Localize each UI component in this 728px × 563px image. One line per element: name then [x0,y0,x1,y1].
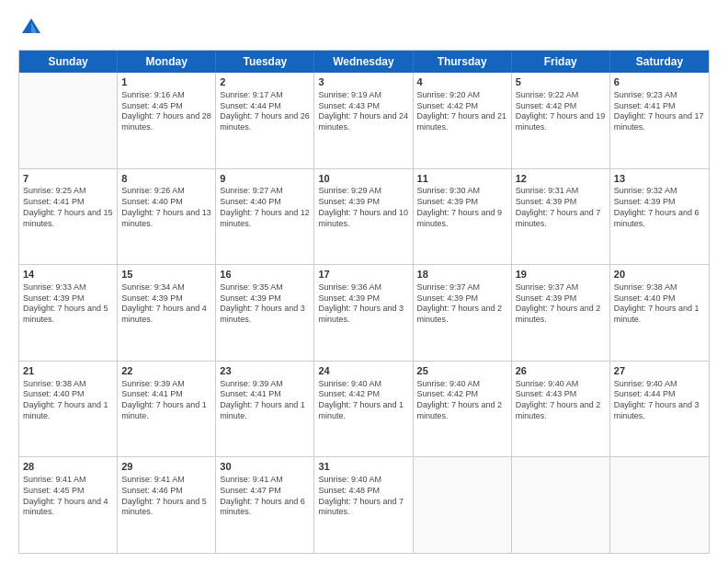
cell-details: Sunrise: 9:40 AM Sunset: 4:48 PM Dayligh… [318,475,408,518]
day-cell-27: 27Sunrise: 9:40 AM Sunset: 4:44 PM Dayli… [610,362,709,457]
day-number: 1 [121,75,211,89]
day-cell-23: 23Sunrise: 9:39 AM Sunset: 4:41 PM Dayli… [216,362,314,457]
day-number: 13 [614,172,705,186]
day-cell-31: 31Sunrise: 9:40 AM Sunset: 4:48 PM Dayli… [314,457,413,553]
logo [18,15,48,40]
day-cell-11: 11Sunrise: 9:30 AM Sunset: 4:39 PM Dayli… [414,169,512,265]
day-number: 23 [220,364,310,378]
day-number: 26 [516,364,606,378]
cell-details: Sunrise: 9:27 AM Sunset: 4:40 PM Dayligh… [220,186,310,229]
day-number: 11 [417,172,507,186]
day-cell-2: 2Sunrise: 9:17 AM Sunset: 4:44 PM Daylig… [216,73,314,168]
day-number: 24 [318,364,408,378]
day-number: 25 [417,364,507,378]
header-day-sunday: Sunday [19,51,118,73]
day-cell-12: 12Sunrise: 9:31 AM Sunset: 4:39 PM Dayli… [512,169,610,265]
day-number: 16 [220,268,310,282]
day-cell-28: 28Sunrise: 9:41 AM Sunset: 4:45 PM Dayli… [19,457,118,553]
cell-details: Sunrise: 9:38 AM Sunset: 4:40 PM Dayligh… [614,282,705,326]
cell-details: Sunrise: 9:32 AM Sunset: 4:39 PM Dayligh… [614,186,705,229]
cell-details: Sunrise: 9:30 AM Sunset: 4:39 PM Dayligh… [417,186,507,229]
day-cell-26: 26Sunrise: 9:40 AM Sunset: 4:43 PM Dayli… [512,362,610,457]
cell-details: Sunrise: 9:38 AM Sunset: 4:40 PM Dayligh… [23,379,113,422]
cell-details: Sunrise: 9:41 AM Sunset: 4:46 PM Dayligh… [121,475,211,518]
cell-details: Sunrise: 9:36 AM Sunset: 4:39 PM Dayligh… [318,282,408,326]
logo-icon [18,15,44,40]
day-number: 20 [614,268,705,282]
day-cell-19: 19Sunrise: 9:37 AM Sunset: 4:39 PM Dayli… [512,265,610,361]
day-cell-14: 14Sunrise: 9:33 AM Sunset: 4:39 PM Dayli… [19,265,118,361]
day-cell-25: 25Sunrise: 9:40 AM Sunset: 4:42 PM Dayli… [414,362,512,457]
calendar-row-4: 28Sunrise: 9:41 AM Sunset: 4:45 PM Dayli… [19,456,709,553]
day-cell-20: 20Sunrise: 9:38 AM Sunset: 4:40 PM Dayli… [610,265,709,361]
day-cell-21: 21Sunrise: 9:38 AM Sunset: 4:40 PM Dayli… [19,362,118,457]
day-cell-5: 5Sunrise: 9:22 AM Sunset: 4:42 PM Daylig… [512,73,610,168]
day-cell-30: 30Sunrise: 9:41 AM Sunset: 4:47 PM Dayli… [216,457,314,553]
day-number: 4 [417,75,507,89]
day-cell-8: 8Sunrise: 9:26 AM Sunset: 4:40 PM Daylig… [118,169,216,265]
day-number: 29 [121,460,211,474]
day-number: 5 [516,75,606,89]
calendar: SundayMondayTuesdayWednesdayThursdayFrid… [18,50,710,554]
cell-details: Sunrise: 9:37 AM Sunset: 4:39 PM Dayligh… [417,282,507,326]
day-number: 15 [121,268,211,282]
cell-details: Sunrise: 9:25 AM Sunset: 4:41 PM Dayligh… [23,186,113,229]
cell-details: Sunrise: 9:20 AM Sunset: 4:42 PM Dayligh… [417,90,507,133]
empty-cell [512,457,610,553]
header-day-wednesday: Wednesday [314,51,413,73]
day-number: 2 [220,75,310,89]
day-number: 6 [614,75,705,89]
header-day-thursday: Thursday [414,51,512,73]
cell-details: Sunrise: 9:41 AM Sunset: 4:47 PM Dayligh… [220,475,310,518]
cell-details: Sunrise: 9:40 AM Sunset: 4:42 PM Dayligh… [318,379,408,422]
empty-cell [19,73,118,168]
day-cell-1: 1Sunrise: 9:16 AM Sunset: 4:45 PM Daylig… [118,73,216,168]
cell-details: Sunrise: 9:16 AM Sunset: 4:45 PM Dayligh… [121,90,211,133]
day-number: 9 [220,172,310,186]
day-number: 30 [220,460,310,474]
cell-details: Sunrise: 9:35 AM Sunset: 4:39 PM Dayligh… [220,282,310,326]
empty-cell [414,457,512,553]
calendar-header: SundayMondayTuesdayWednesdayThursdayFrid… [19,51,709,73]
cell-details: Sunrise: 9:40 AM Sunset: 4:43 PM Dayligh… [516,379,606,422]
cell-details: Sunrise: 9:41 AM Sunset: 4:45 PM Dayligh… [23,475,113,518]
header-day-friday: Friday [512,51,610,73]
day-cell-13: 13Sunrise: 9:32 AM Sunset: 4:39 PM Dayli… [610,169,709,265]
day-number: 18 [417,268,507,282]
cell-details: Sunrise: 9:39 AM Sunset: 4:41 PM Dayligh… [121,379,211,422]
day-number: 8 [121,172,211,186]
day-number: 10 [318,172,408,186]
calendar-row-1: 7Sunrise: 9:25 AM Sunset: 4:41 PM Daylig… [19,168,709,265]
cell-details: Sunrise: 9:31 AM Sunset: 4:39 PM Dayligh… [516,186,606,229]
day-cell-10: 10Sunrise: 9:29 AM Sunset: 4:39 PM Dayli… [314,169,413,265]
day-cell-15: 15Sunrise: 9:34 AM Sunset: 4:39 PM Dayli… [118,265,216,361]
cell-details: Sunrise: 9:40 AM Sunset: 4:44 PM Dayligh… [614,379,705,422]
cell-details: Sunrise: 9:22 AM Sunset: 4:42 PM Dayligh… [516,90,606,133]
day-cell-4: 4Sunrise: 9:20 AM Sunset: 4:42 PM Daylig… [414,73,512,168]
day-number: 27 [614,364,705,378]
empty-cell [610,457,709,553]
day-cell-6: 6Sunrise: 9:23 AM Sunset: 4:41 PM Daylig… [610,73,709,168]
day-number: 31 [318,460,408,474]
day-number: 14 [23,268,113,282]
header-day-tuesday: Tuesday [216,51,314,73]
cell-details: Sunrise: 9:33 AM Sunset: 4:39 PM Dayligh… [23,282,113,326]
cell-details: Sunrise: 9:23 AM Sunset: 4:41 PM Dayligh… [614,90,705,133]
day-cell-24: 24Sunrise: 9:40 AM Sunset: 4:42 PM Dayli… [314,362,413,457]
day-cell-7: 7Sunrise: 9:25 AM Sunset: 4:41 PM Daylig… [19,169,118,265]
cell-details: Sunrise: 9:26 AM Sunset: 4:40 PM Dayligh… [121,186,211,229]
day-number: 3 [318,75,408,89]
calendar-row-3: 21Sunrise: 9:38 AM Sunset: 4:40 PM Dayli… [19,361,709,457]
day-number: 12 [516,172,606,186]
cell-details: Sunrise: 9:37 AM Sunset: 4:39 PM Dayligh… [516,282,606,326]
day-cell-18: 18Sunrise: 9:37 AM Sunset: 4:39 PM Dayli… [414,265,512,361]
header [18,15,710,40]
day-cell-22: 22Sunrise: 9:39 AM Sunset: 4:41 PM Dayli… [118,362,216,457]
day-number: 17 [318,268,408,282]
day-number: 19 [516,268,606,282]
cell-details: Sunrise: 9:39 AM Sunset: 4:41 PM Dayligh… [220,379,310,422]
day-number: 7 [23,172,113,186]
day-cell-3: 3Sunrise: 9:19 AM Sunset: 4:43 PM Daylig… [314,73,413,168]
day-number: 28 [23,460,113,474]
cell-details: Sunrise: 9:40 AM Sunset: 4:42 PM Dayligh… [417,379,507,422]
